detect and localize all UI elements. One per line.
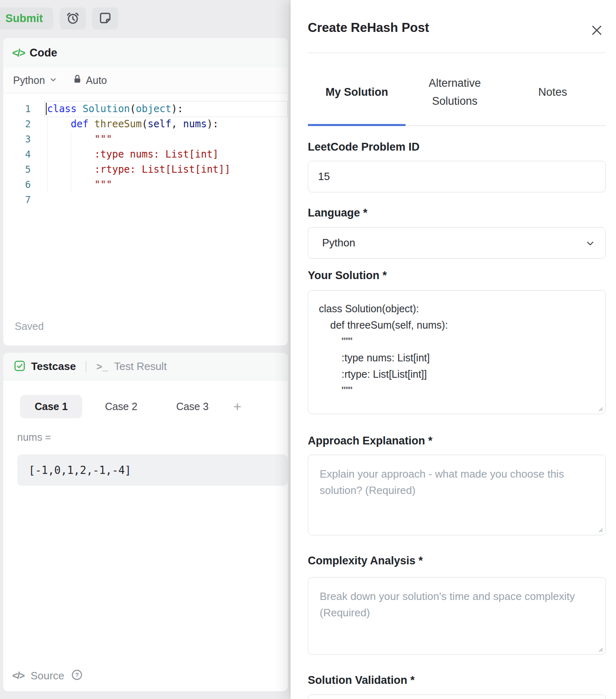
line-number: 2 xyxy=(3,117,44,132)
code-line: 3 """ xyxy=(3,132,288,147)
complexity-label: Complexity Analysis * xyxy=(308,555,423,567)
chevron-down-icon xyxy=(49,74,57,86)
divider xyxy=(308,52,606,53)
solution-label: Your Solution * xyxy=(308,269,387,282)
tab-my-solution[interactable]: My Solution xyxy=(308,83,406,101)
line-number: 7 xyxy=(3,192,44,207)
tab-testcase[interactable]: Testcase xyxy=(31,360,76,373)
code-panel-title: Code xyxy=(29,47,57,59)
drawer-title: Create ReHash Post xyxy=(308,20,429,35)
language-label: Language * xyxy=(308,207,368,219)
code-panel: </> Code Python Auto xyxy=(3,38,288,345)
lock-icon xyxy=(73,74,82,86)
code-panel-header: </> Code xyxy=(3,38,288,68)
notes-button[interactable] xyxy=(92,7,118,29)
param-value: [-1,0,1,2,-1,-4] xyxy=(29,464,131,476)
code-line: 6 """ xyxy=(3,177,288,192)
param-label: nums = xyxy=(17,431,51,443)
code-line: 4 :type nums: List[int] xyxy=(3,147,288,162)
validation-input[interactable] xyxy=(308,694,606,699)
testcase-footer: </> Source ? xyxy=(12,669,83,683)
app-root: Submit </> Code xyxy=(0,0,616,699)
editor-toolbar: Python Auto xyxy=(3,68,288,93)
create-rehash-post-drawer: Create ReHash Post My SolutionAlternativ… xyxy=(291,0,616,699)
approach-label: Approach Explanation * xyxy=(308,435,433,447)
add-case-button[interactable]: + xyxy=(228,395,247,418)
validation-label: Solution Validation * xyxy=(308,674,415,687)
code-line: 1class Solution(object): xyxy=(3,101,288,117)
case-tab-1[interactable]: Case 1 xyxy=(20,395,82,418)
line-number: 3 xyxy=(3,132,44,147)
case-tab-3[interactable]: Case 3 xyxy=(160,395,225,418)
svg-text:?: ? xyxy=(75,671,79,678)
line-number: 1 xyxy=(3,101,44,117)
note-icon xyxy=(99,11,112,26)
code-icon: </> xyxy=(12,47,25,59)
code-line: 2 def threeSum(self, nums): xyxy=(3,117,288,132)
tab-test-result[interactable]: Test Result xyxy=(114,360,167,373)
terminal-icon: >_ xyxy=(96,361,108,372)
top-toolbar: Submit xyxy=(0,0,291,38)
divider xyxy=(86,361,86,372)
auto-label: Auto xyxy=(86,74,107,86)
case-tab-2[interactable]: Case 2 xyxy=(89,395,153,418)
source-link[interactable]: Source xyxy=(31,670,64,682)
line-number: 6 xyxy=(3,177,44,192)
param-value-input[interactable]: [-1,0,1,2,-1,-4] xyxy=(17,454,288,486)
code-editor[interactable]: 1class Solution(object):2 def threeSum(s… xyxy=(3,94,288,345)
close-button[interactable] xyxy=(591,25,603,37)
submit-button[interactable]: Submit xyxy=(0,7,53,29)
save-status: Saved xyxy=(15,320,44,332)
timer-button[interactable] xyxy=(60,7,86,29)
tab-notes[interactable]: Notes xyxy=(504,83,602,101)
line-number: 4 xyxy=(3,147,44,162)
problem-id-label: LeetCode Problem ID xyxy=(308,141,420,153)
drawer-tabs: My SolutionAlternative SolutionsNotes xyxy=(308,69,602,116)
problem-id-input[interactable] xyxy=(308,161,606,192)
solution-textarea[interactable]: class Solution(object): def threeSum(sel… xyxy=(308,290,606,414)
chevron-down-icon xyxy=(585,238,596,252)
language-dropdown[interactable]: Python xyxy=(13,74,57,86)
complexity-textarea[interactable] xyxy=(308,577,606,655)
code-line: 7 xyxy=(3,192,288,207)
checkbox-check-icon xyxy=(14,360,25,373)
testcase-panel: Testcase >_ Test Result Case 1Case 2Case… xyxy=(3,353,288,691)
source-code-icon: </> xyxy=(12,670,24,681)
code-line: 5 :rtype: List[List[int]] xyxy=(3,162,288,177)
tab-alternative-solutions[interactable]: Alternative Solutions xyxy=(406,74,503,110)
help-icon[interactable]: ? xyxy=(71,669,83,683)
approach-textarea[interactable] xyxy=(308,455,606,535)
testcase-panel-header: Testcase >_ Test Result xyxy=(3,353,288,381)
alarm-clock-icon xyxy=(66,11,80,26)
language-select[interactable]: Python xyxy=(308,227,606,259)
auto-format-toggle[interactable]: Auto xyxy=(73,74,107,86)
close-icon xyxy=(591,25,602,37)
code-lines: 1class Solution(object):2 def threeSum(s… xyxy=(3,94,288,207)
language-select-value: Python xyxy=(322,237,355,249)
line-number: 5 xyxy=(3,162,44,177)
language-dropdown-value: Python xyxy=(13,74,45,86)
active-tab-indicator xyxy=(308,124,406,126)
